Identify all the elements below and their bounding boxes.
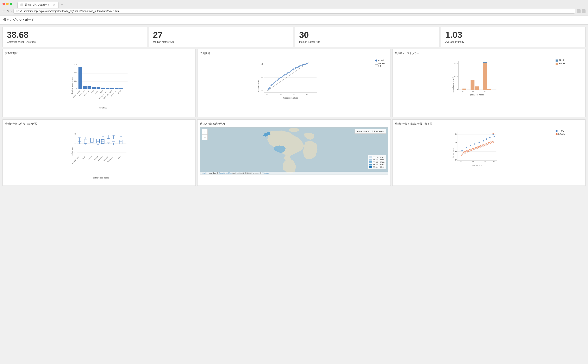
- map-legend-item-1: 38.29 – 38.47: [369, 156, 384, 158]
- svg-point-243: [488, 142, 489, 143]
- svg-text:mother_race_name: mother_race_name: [93, 177, 109, 179]
- legend-actual-dot: [375, 59, 377, 62]
- svg-text:Chinese: Chinese: [87, 156, 92, 161]
- svg-point-261: [492, 133, 494, 134]
- svg-point-239: [485, 143, 485, 144]
- svg-rect-142: [101, 139, 104, 143]
- prediction-title: 予測性能: [200, 52, 388, 55]
- svg-point-245: [489, 142, 490, 143]
- home-button[interactable]: ⌂: [10, 9, 12, 13]
- svg-point-235: [482, 145, 483, 146]
- svg-text:200k: 200k: [454, 63, 458, 65]
- chart-row-2: 母親の年齢の分布 - 箱ひげ図 mother_age 40 30 20: [2, 119, 586, 186]
- map-legend-color-1: [369, 156, 372, 158]
- map-legend-item-5: 39.01 – 39.19: [369, 166, 384, 168]
- tab-favicon: [20, 4, 23, 6]
- svg-text:60: 60: [455, 142, 457, 144]
- svg-point-241: [486, 143, 487, 144]
- map-attribution: Leaflet | Map data © OpenStreetMap contr…: [200, 172, 388, 175]
- svg-text:20: 20: [261, 90, 263, 92]
- svg-text:40: 40: [484, 161, 485, 163]
- new-tab-button[interactable]: +: [59, 2, 65, 8]
- svg-point-45: [279, 78, 280, 79]
- scatter-legend-false-dot: [556, 133, 558, 135]
- active-tab[interactable]: 最初のダッシュボード ✕: [17, 2, 59, 8]
- url-bar: ‹ › ↻ ⌂: [0, 8, 588, 15]
- svg-point-76: [303, 64, 304, 65]
- svg-rect-94: [483, 62, 487, 63]
- svg-text:Actual Values: Actual Values: [258, 80, 260, 92]
- svg-rect-92: [483, 63, 487, 90]
- leaflet-link[interactable]: Leaflet: [201, 172, 207, 174]
- svg-text:state: state: [100, 90, 103, 93]
- bookmark-icon[interactable]: [577, 9, 581, 13]
- svg-point-38: [271, 85, 272, 86]
- reload-button[interactable]: ↻: [6, 9, 9, 13]
- svg-point-78: [306, 63, 307, 64]
- svg-text:60k: 60k: [74, 64, 77, 65]
- map-legend-label-2: 38.47 – 38.65: [373, 159, 384, 161]
- fullscreen-button[interactable]: [10, 3, 13, 5]
- svg-point-260: [493, 136, 495, 137]
- svg-text:30: 30: [472, 161, 474, 163]
- svg-point-77: [304, 63, 305, 64]
- svg-point-255: [478, 142, 480, 143]
- close-button[interactable]: [2, 3, 5, 5]
- kpi-card-plurality: 1.03 Average Plurality: [441, 27, 586, 47]
- svg-point-219: [471, 149, 472, 150]
- svg-point-247: [490, 141, 491, 142]
- svg-text:plurality: plurality: [94, 90, 99, 95]
- svg-point-257: [486, 138, 487, 140]
- map-zoom-controls[interactable]: + −: [202, 129, 208, 140]
- minimize-button[interactable]: [6, 3, 9, 5]
- svg-point-249: [492, 141, 493, 142]
- kpi-row: 38.68 Gestation Week - Average 27 Median…: [2, 27, 586, 47]
- bar-mother-race: [110, 88, 114, 89]
- mapbox-link[interactable]: Mapbox: [262, 172, 269, 174]
- svg-point-70: [296, 68, 297, 68]
- svg-text:35: 35: [293, 93, 295, 95]
- svg-rect-158: [112, 139, 115, 143]
- boxplot-title: 母親の年齢の分布 - 箱ひげ図: [5, 122, 193, 126]
- map-container[interactable]: + − Hover over or click an area. 38.29 –…: [200, 127, 388, 175]
- zoom-in-button[interactable]: +: [202, 129, 207, 135]
- svg-point-35: [268, 89, 269, 90]
- forward-button[interactable]: ›: [4, 9, 5, 13]
- scatter-legend-true: TRUE: [556, 130, 565, 132]
- bar-weight-pounds: [78, 67, 82, 89]
- osm-link[interactable]: OpenStreetMap: [219, 172, 232, 174]
- tab-close-button[interactable]: ✕: [53, 3, 56, 6]
- svg-point-51: [287, 72, 288, 73]
- map-legend-color-5: [369, 166, 372, 168]
- svg-point-55: [292, 69, 293, 70]
- svg-text:80: 80: [455, 133, 457, 135]
- svg-point-258: [489, 137, 491, 138]
- settings-icon[interactable]: [582, 9, 586, 13]
- svg-point-54: [291, 70, 292, 71]
- svg-text:0: 0: [457, 88, 458, 91]
- zoom-out-button[interactable]: −: [202, 135, 207, 140]
- scatter-card: 母親の年齢 x 父親の年齢 - 散布図 father_age 80 60 40 …: [392, 119, 586, 186]
- svg-point-256: [483, 140, 484, 141]
- chart-row-1: 変数重要度 Relative Importances 60k 40k 20k 0: [2, 49, 586, 117]
- kpi-label-father-age: Median Father Age: [299, 40, 435, 43]
- svg-text:100k: 100k: [454, 76, 458, 78]
- page-title: 最初のダッシュボード: [0, 15, 588, 25]
- legend-true: TRUE: [556, 59, 565, 62]
- url-input[interactable]: [13, 9, 575, 14]
- svg-text:40: 40: [455, 150, 457, 152]
- svg-text:25: 25: [266, 93, 268, 95]
- svg-point-75: [302, 65, 303, 65]
- svg-text:40: 40: [484, 91, 486, 92]
- svg-text:0: 0: [76, 87, 77, 89]
- map-legend-item-3: 38.65 – 38.83: [369, 161, 384, 163]
- scatter-chart: father_age 80 60 40 20 20 30: [395, 127, 555, 183]
- svg-text:50: 50: [493, 161, 495, 163]
- back-button[interactable]: ‹: [2, 9, 4, 13]
- svg-point-68: [294, 69, 295, 69]
- svg-point-214: [467, 151, 468, 152]
- map-legend-label-3: 38.65 – 38.83: [373, 161, 384, 163]
- svg-text:20: 20: [455, 159, 457, 161]
- scatter-legend: TRUE FALSE: [556, 130, 565, 135]
- histogram-card: 妊娠週 - ヒストグラム (Number of Rows) 200k 100k …: [392, 49, 586, 117]
